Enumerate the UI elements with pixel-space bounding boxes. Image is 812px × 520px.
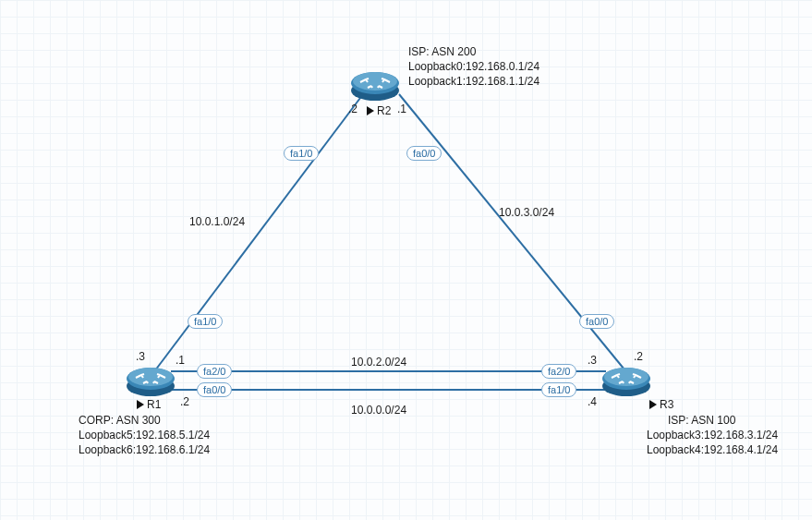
svg-point-2 <box>353 72 397 91</box>
svg-point-8 <box>604 368 648 386</box>
label-r1: R1 <box>137 397 161 413</box>
router-r1[interactable] <box>125 360 176 397</box>
label-r3-lb1: Loopback4:192.168.4.1/24 <box>647 442 778 458</box>
label-r2-lb1: Loopback1:192.168.1.1/24 <box>408 74 539 90</box>
pill-r3-fa10: fa1/0 <box>541 382 576 397</box>
svg-point-5 <box>128 368 173 386</box>
link-r2-r3 <box>399 94 628 374</box>
play-icon <box>649 400 657 409</box>
pill-r3-fa00: fa0/0 <box>579 314 614 329</box>
octet-r3-low: .4 <box>588 394 597 410</box>
octet-r3-mid: .3 <box>588 353 597 369</box>
subnet-r1r2: 10.0.1.0/24 <box>189 214 245 230</box>
pill-r2-fa00: fa0/0 <box>406 146 442 161</box>
label-r1-asn: CORP: ASN 300 <box>79 413 161 429</box>
label-r1-lb0: Loopback5:192.168.5.1/24 <box>79 428 210 443</box>
octet-r1-up: .3 <box>136 349 145 365</box>
pill-r2-fa10: fa1/0 <box>284 146 319 161</box>
octet-r3-up: .2 <box>634 349 643 365</box>
octet-r1-mid: .1 <box>176 353 185 369</box>
pill-r1-fa00: fa0/0 <box>197 382 232 397</box>
subnet-upper: 10.0.2.0/24 <box>351 355 406 370</box>
label-r3-lb0: Loopback3:192.168.3.1/24 <box>647 428 778 443</box>
play-icon <box>367 106 374 115</box>
octet-r2-left: .2 <box>348 102 358 117</box>
pill-r1-fa20: fa2/0 <box>197 364 232 379</box>
pill-r1-fa10: fa1/0 <box>188 314 223 329</box>
label-r2-asn: ISP: ASN 200 <box>408 44 476 60</box>
subnet-lower: 10.0.0.0/24 <box>351 403 406 418</box>
label-r2: R2 <box>367 103 391 119</box>
pill-r3-fa20: fa2/0 <box>541 364 576 379</box>
label-r1-lb1: Loopback6:192.168.6.1/24 <box>79 442 210 458</box>
octet-r1-low: .2 <box>180 394 189 410</box>
play-icon <box>137 400 144 409</box>
link-r1-r2 <box>152 94 363 374</box>
octet-r2-right: .1 <box>397 102 406 117</box>
router-r3[interactable] <box>600 360 652 397</box>
router-r2[interactable] <box>349 65 401 102</box>
label-r2-lb0: Loopback0:192.168.0.1/24 <box>408 59 539 75</box>
label-r3-asn: ISP: ASN 100 <box>668 413 735 429</box>
label-r3: R3 <box>649 397 673 413</box>
subnet-r2r3: 10.0.3.0/24 <box>499 205 554 221</box>
